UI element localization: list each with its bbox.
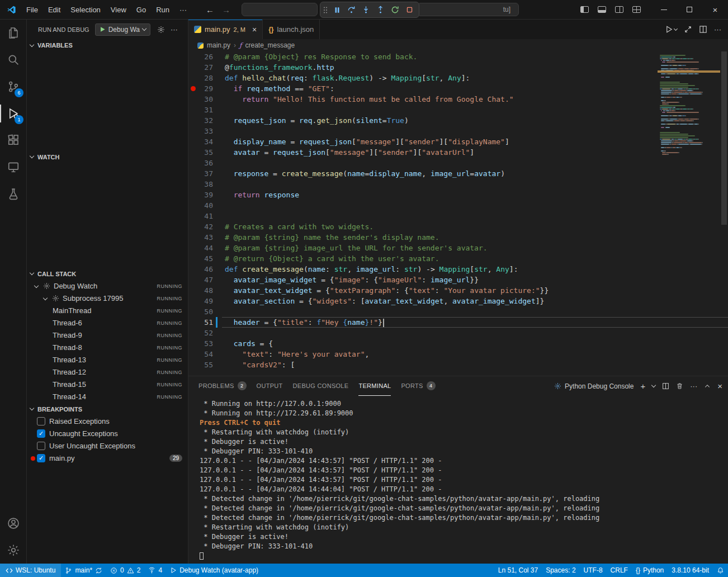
code-line[interactable]: 45# @return {Object} a card with the use… [188,253,728,264]
code-line[interactable]: 55 "cardsV2": [ [188,360,728,370]
menu-edit[interactable]: Edit [44,4,65,16]
tab-launch-json[interactable]: {} launch.json [263,20,320,39]
gutter[interactable]: 26 [188,51,219,62]
breakpoint-item[interactable]: ✓Uncaught Exceptions [27,428,188,440]
menu-view[interactable]: View [106,4,131,16]
menu-go[interactable]: Go [132,4,150,16]
terminal-dropdown-icon[interactable] [651,383,656,387]
gutter[interactable]: 37 [188,168,219,179]
panel-more-actions-icon[interactable]: ··· [690,382,697,390]
gutter[interactable]: 32 [188,115,219,126]
call-stack-item[interactable]: Thread-6RUNNING [27,317,188,329]
gutter[interactable]: 43 [188,232,219,243]
menu-run[interactable]: Run [152,4,174,16]
gutter[interactable]: 38 [188,179,219,190]
code-line[interactable]: 36 [188,158,728,168]
toggle-sidebar-icon[interactable] [580,6,589,13]
code-line[interactable]: 40 [188,200,728,211]
run-and-debug-icon[interactable]: 1 [0,100,26,127]
remote-explorer-icon[interactable] [0,154,26,181]
new-terminal-icon[interactable]: + [640,381,645,391]
source-control-icon[interactable]: 6 [0,73,26,100]
remote-indicator[interactable]: WSL: Ubuntu [0,564,61,577]
search-icon[interactable] [0,46,26,73]
pause-icon[interactable] [330,3,343,16]
call-stack-item[interactable]: MainThreadRUNNING [27,305,188,317]
gutter[interactable]: 30 [188,94,219,105]
code-line[interactable]: 38 [188,179,728,190]
debug-config-dropdown[interactable]: Debug Wa [95,23,150,36]
code-line[interactable]: 39 return response [188,190,728,200]
gutter[interactable]: 55 [188,360,219,370]
code-line[interactable]: 30 return "Hello! This function must be … [188,94,728,105]
minimap[interactable] [658,51,720,376]
terminal-output[interactable]: * Running on http://127.0.0.1:9000 * Run… [188,396,728,564]
gutter[interactable]: 33 [188,126,219,136]
call-stack-item[interactable]: Thread-14RUNNING [27,391,188,403]
terminal-cursor[interactable] [200,552,204,560]
gutter[interactable]: 35 [188,147,219,158]
checkbox[interactable]: ✓ [37,454,45,462]
gutter[interactable]: 48 [188,285,219,296]
checkbox[interactable] [37,417,45,425]
indentation[interactable]: Spaces: 2 [542,564,579,577]
panel-tab-problems[interactable]: PROBLEMS2 [198,376,247,396]
tab-main-py[interactable]: main.py 2, M × [188,20,263,39]
panel-tab-ports[interactable]: PORTS4 [401,376,435,396]
cursor-position[interactable]: Ln 51, Col 37 [494,564,542,577]
code-editor[interactable]: 26# @param {Object} res Response to send… [188,51,728,376]
menu-overflow-icon[interactable]: ··· [175,4,191,16]
code-line[interactable]: 35 avatar = request_json["message"]["sen… [188,147,728,158]
code-line[interactable]: 34 display_name = request_json["message"… [188,136,728,147]
step-out-icon[interactable] [374,3,387,16]
gutter[interactable]: 28 [188,73,219,83]
notifications-bell-icon[interactable] [713,564,728,577]
extensions-icon[interactable] [0,127,26,154]
gutter[interactable]: 47 [188,275,219,285]
debug-settings-gear-icon[interactable] [157,26,165,34]
gutter[interactable]: 40 [188,200,219,211]
step-into-icon[interactable] [360,3,372,16]
python-interpreter[interactable]: 3.8.10 64-bit [668,564,713,577]
call-stack-item[interactable]: Subprocess 17995RUNNING [27,292,188,305]
close-panel-icon[interactable]: × [717,381,722,391]
step-over-icon[interactable] [345,3,358,16]
code-line[interactable]: 50 [188,306,728,317]
gutter[interactable]: 36 [188,158,219,168]
gutter[interactable]: 51 [188,317,219,328]
stop-icon[interactable] [403,3,416,16]
breakpoint-item[interactable]: ✓main.py29 [27,452,188,465]
code-line[interactable]: 51 header = {"title": f"Hey {name}!"} [188,317,728,328]
code-line[interactable]: 43# @param {string} name the sender's di… [188,232,728,243]
checkbox[interactable] [37,442,45,450]
close-tab-icon[interactable]: × [252,25,257,34]
terminal-profile[interactable]: Python Debug Console [554,382,634,390]
account-icon[interactable] [0,510,26,537]
split-editor-icon[interactable] [699,25,707,34]
forwarded-ports[interactable]: 4 [144,564,166,577]
debug-session-status[interactable]: Debug Watch (avatar-app) [166,564,262,577]
code-line[interactable]: 28def hello_chat(req: flask.Request) -> … [188,73,728,83]
variables-body[interactable] [27,51,188,151]
open-changes-icon[interactable] [684,25,692,34]
gutter[interactable]: 45 [188,253,219,264]
testing-icon[interactable] [0,181,26,207]
maximize-button[interactable] [677,0,702,19]
command-center-left[interactable] [242,3,318,16]
breakpoints-section-header[interactable]: BREAKPOINTS [27,403,188,415]
chevron-down-icon[interactable] [34,283,39,287]
toggle-panel-icon[interactable] [598,6,606,13]
drag-handle-icon[interactable] [323,6,328,14]
close-window-button[interactable]: × [702,0,728,19]
code-line[interactable]: 44# @param {string} image_url the URL fo… [188,243,728,253]
gutter[interactable]: 31 [188,105,219,115]
sidebar-more-actions-icon[interactable]: ··· [171,25,178,34]
gutter[interactable]: 39 [188,190,219,200]
variables-section-header[interactable]: VARIABLES [27,39,188,51]
breakpoint-dot[interactable] [188,86,197,91]
gutter[interactable]: 29 [188,83,219,94]
menu-selection[interactable]: Selection [66,4,105,16]
panel-tab-debug-console[interactable]: DEBUG CONSOLE [293,376,349,396]
code-line[interactable]: 29 if req.method == "GET": [188,83,728,94]
editor-scrollbar[interactable] [720,51,728,376]
